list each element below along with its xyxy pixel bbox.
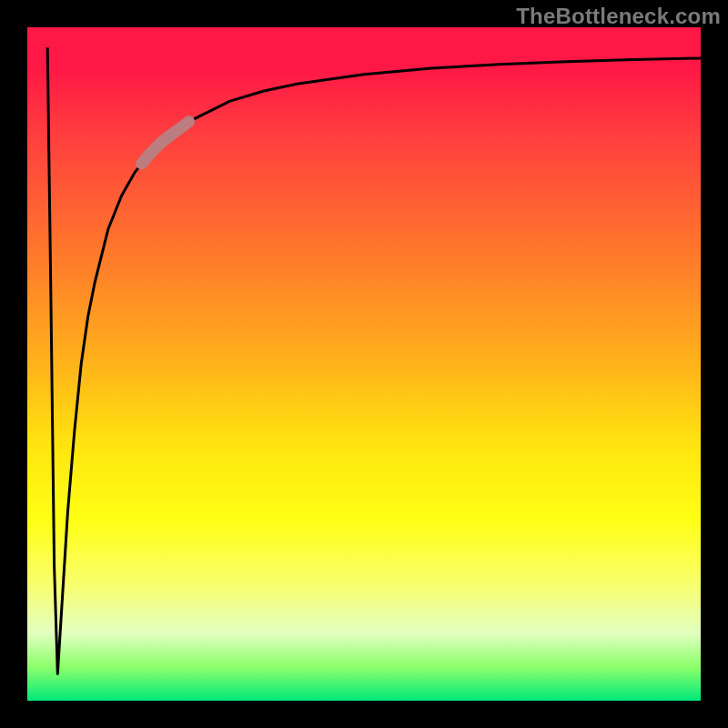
curve-svg	[27, 27, 701, 701]
watermark-text: TheBottleneck.com	[516, 4, 721, 29]
plot-area	[27, 27, 701, 701]
highlight-segment-path	[142, 122, 189, 164]
bottleneck-curve-path	[47, 47, 701, 673]
chart-frame: TheBottleneck.com	[0, 0, 728, 728]
